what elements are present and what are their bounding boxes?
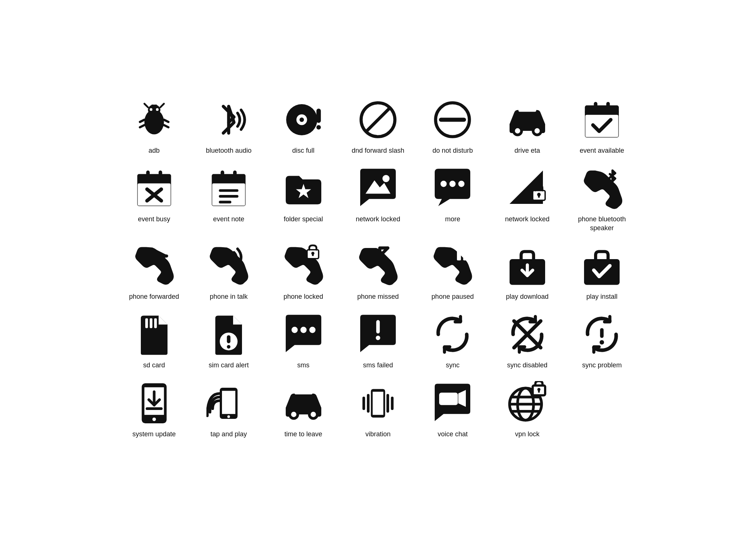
phone-bluetooth-speaker-icon bbox=[580, 166, 624, 211]
sms-failed-icon bbox=[356, 312, 400, 357]
event-note-label: event note bbox=[213, 215, 244, 224]
sync-problem-label: sync problem bbox=[582, 361, 622, 370]
svg-point-90 bbox=[228, 415, 230, 418]
voice-chat-icon bbox=[430, 381, 475, 426]
icon-item-vibration: vibration bbox=[342, 381, 413, 439]
time-to-leave-label: time to leave bbox=[285, 430, 322, 439]
icon-item-sd-card: sd card bbox=[119, 312, 189, 370]
do-not-disturb-icon bbox=[430, 97, 475, 142]
icon-item-phone-paused: phone paused bbox=[417, 244, 488, 301]
svg-rect-89 bbox=[222, 391, 235, 414]
dnd-forward-slash-icon bbox=[356, 97, 400, 142]
adb-label: adb bbox=[149, 146, 160, 155]
svg-point-6 bbox=[150, 108, 152, 111]
bluetooth-audio-label: bluetooth audio bbox=[206, 146, 252, 155]
phone-forwarded-label: phone forwarded bbox=[129, 292, 179, 301]
event-busy-label: event busy bbox=[138, 215, 170, 224]
svg-rect-69 bbox=[154, 318, 157, 328]
svg-marker-66 bbox=[159, 316, 168, 325]
bluetooth-audio-icon bbox=[206, 97, 251, 142]
svg-rect-3 bbox=[155, 105, 157, 108]
play-install-label: play install bbox=[586, 292, 617, 301]
vpn-lock-label: vpn lock bbox=[515, 430, 540, 439]
svg-rect-2 bbox=[152, 105, 153, 108]
event-available-label: event available bbox=[580, 146, 624, 155]
svg-rect-97 bbox=[373, 392, 384, 415]
svg-point-82 bbox=[600, 340, 604, 345]
svg-point-51 bbox=[458, 181, 465, 187]
svg-rect-16 bbox=[316, 109, 321, 123]
vpn-lock-icon bbox=[505, 381, 550, 426]
sms-label: sms bbox=[297, 361, 309, 370]
svg-point-85 bbox=[152, 417, 156, 421]
folder-special-icon bbox=[281, 166, 326, 211]
svg-rect-44 bbox=[219, 195, 239, 198]
svg-point-98 bbox=[377, 412, 379, 414]
icon-item-phone-in-talk: phone in talk bbox=[193, 244, 264, 301]
sd-card-icon bbox=[132, 312, 176, 357]
svg-rect-29 bbox=[585, 111, 619, 115]
icon-item-play-install: play install bbox=[567, 244, 637, 301]
svg-rect-26 bbox=[518, 104, 536, 112]
svg-rect-55 bbox=[538, 195, 540, 198]
folder-special-label: folder special bbox=[284, 215, 323, 224]
svg-point-92 bbox=[291, 412, 296, 417]
icon-item-phone-forwarded: phone forwarded bbox=[119, 244, 189, 301]
system-update-label: system update bbox=[132, 430, 176, 439]
icon-grid: adb bluetooth audio bbox=[119, 97, 637, 439]
icon-item-network-locked-chat: network locked bbox=[342, 166, 413, 232]
voice-chat-label: voice chat bbox=[438, 430, 468, 439]
svg-rect-81 bbox=[600, 328, 604, 338]
icon-item-system-update: system update bbox=[119, 381, 189, 439]
sync-disabled-icon bbox=[505, 312, 550, 357]
sim-card-alert-label: sim card alert bbox=[209, 361, 249, 370]
svg-rect-77 bbox=[376, 320, 380, 334]
icon-item-disc-full: disc full bbox=[268, 97, 339, 155]
network-locked-icon bbox=[505, 166, 550, 211]
svg-rect-67 bbox=[145, 318, 148, 328]
event-available-icon bbox=[580, 97, 624, 142]
dnd-forward-slash-label: dnd forward slash bbox=[352, 146, 404, 155]
sd-card-label: sd card bbox=[143, 361, 165, 370]
svg-rect-43 bbox=[219, 189, 239, 192]
drive-eta-icon bbox=[505, 97, 550, 142]
icon-item-vpn-lock: vpn lock bbox=[492, 381, 563, 439]
event-busy-icon bbox=[132, 166, 176, 211]
phone-locked-icon bbox=[281, 244, 326, 288]
sms-icon bbox=[281, 312, 326, 357]
icon-item-sms: sms bbox=[268, 312, 339, 370]
svg-point-49 bbox=[441, 181, 447, 187]
icon-item-drive-eta: drive eta bbox=[492, 97, 563, 155]
sync-problem-icon bbox=[580, 312, 624, 357]
icon-item-tap-and-play: tap and play bbox=[193, 381, 264, 439]
svg-rect-103 bbox=[439, 393, 458, 405]
icon-item-network-locked: network locked bbox=[492, 166, 563, 232]
icon-item-play-download: play download bbox=[492, 244, 563, 301]
svg-rect-112 bbox=[538, 390, 540, 393]
svg-point-17 bbox=[316, 125, 321, 129]
svg-point-94 bbox=[311, 412, 316, 417]
event-note-icon bbox=[206, 166, 251, 211]
svg-marker-70 bbox=[233, 316, 242, 325]
phone-paused-label: phone paused bbox=[431, 292, 474, 301]
svg-rect-36 bbox=[159, 171, 162, 179]
system-update-icon bbox=[132, 381, 176, 426]
do-not-disturb-label: do not disturb bbox=[432, 146, 473, 155]
svg-line-8 bbox=[140, 120, 144, 122]
svg-rect-35 bbox=[146, 171, 150, 179]
svg-line-9 bbox=[164, 120, 168, 122]
play-download-label: play download bbox=[506, 292, 548, 301]
drive-eta-label: drive eta bbox=[514, 146, 540, 155]
phone-in-talk-icon bbox=[206, 244, 251, 288]
icon-item-folder-special: folder special bbox=[268, 166, 339, 232]
svg-line-5 bbox=[160, 104, 164, 107]
icon-item-sync-disabled: sync disabled bbox=[492, 312, 563, 370]
more-icon bbox=[430, 166, 475, 211]
svg-point-73 bbox=[227, 345, 231, 349]
icon-item-sync: sync bbox=[417, 312, 488, 370]
phone-paused-icon bbox=[430, 244, 475, 288]
svg-rect-62 bbox=[463, 248, 467, 261]
icon-item-voice-chat: voice chat bbox=[417, 381, 488, 439]
icon-item-phone-locked: phone locked bbox=[268, 244, 339, 301]
sim-card-alert-icon bbox=[206, 312, 251, 357]
